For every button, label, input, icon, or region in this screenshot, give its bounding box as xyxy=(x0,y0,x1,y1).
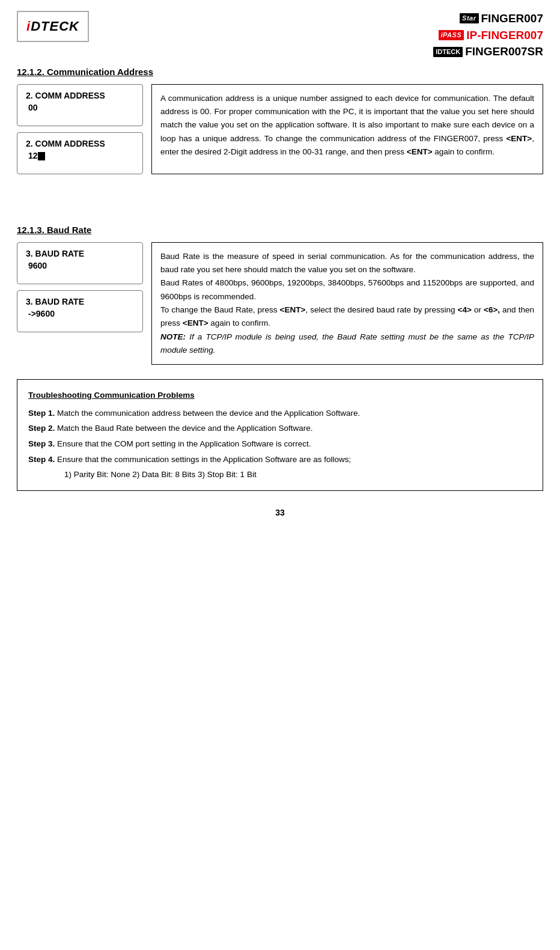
baud-rate-box-2: 3. BAUD RATE ->9600 xyxy=(17,290,143,332)
troubleshooting-box: Troubleshooting Communication Problems S… xyxy=(17,379,543,491)
comm-box1-line2: 00 xyxy=(28,103,134,112)
comm-address-section: 2. COMM ADDRESS 00 2. COMM ADDRESS 12 A … xyxy=(17,84,543,174)
spacer-1 xyxy=(17,185,543,202)
baud-rate-title: 12.1.3. Baud Rate xyxy=(17,225,543,235)
product-name-star: FINGER007 xyxy=(481,11,543,26)
cursor-block xyxy=(38,152,45,160)
troubleshooting-title: Troubleshooting Communication Problems xyxy=(28,388,532,403)
comm-box2-line2: 12 xyxy=(28,151,134,160)
ent-key-4: <ENT> xyxy=(183,318,208,327)
step1-text: Match the communication address between … xyxy=(57,409,360,418)
product-name-idteck: FINGER007SR xyxy=(465,44,543,59)
ent-key-2: <ENT> xyxy=(407,147,433,156)
header: iDTECK Star FINGER007 iPASS IP-FINGER007… xyxy=(17,11,543,61)
comm-address-box-2: 2. COMM ADDRESS 12 xyxy=(17,132,143,174)
baud-rate-desc-text: Baud Rate is the measure of speed in ser… xyxy=(160,250,534,357)
ent-key-1: <ENT> xyxy=(506,134,532,143)
product-line-ipass: iPASS IP-FINGER007 xyxy=(433,28,543,43)
key-4: <4> xyxy=(458,305,472,314)
step1-label: Step 1. xyxy=(28,409,55,418)
product-names: Star FINGER007 iPASS IP-FINGER007 IDTECK… xyxy=(433,11,543,61)
comm-address-devices: 2. COMM ADDRESS 00 2. COMM ADDRESS 12 xyxy=(17,84,143,174)
ent-key-3: <ENT> xyxy=(280,305,306,314)
brand-star-badge: Star xyxy=(460,13,478,23)
logo-box: iDTECK xyxy=(17,11,89,42)
note-text: If a TCP/IP module is being used, the Ba… xyxy=(160,332,534,355)
comm-address-description: A communication address is a unique numb… xyxy=(151,84,543,174)
trouble-step-4: Step 4. Ensure that the communication se… xyxy=(28,452,532,467)
logo-text: iDTECK xyxy=(26,19,79,34)
baud-box1-line2: 9600 xyxy=(28,261,134,270)
brand-ipass-badge: iPASS xyxy=(439,30,464,40)
trouble-step-3: Step 3. Ensure that the COM port setting… xyxy=(28,437,532,451)
baud-rate-devices: 3. BAUD RATE 9600 3. BAUD RATE ->9600 xyxy=(17,242,143,365)
step4-detail: 1) Parity Bit: None 2) Data Bit: 8 Bits … xyxy=(64,467,532,482)
step3-text: Ensure that the COM port setting in the … xyxy=(57,439,311,448)
baud-rate-section: 3. BAUD RATE 9600 3. BAUD RATE ->9600 Ba… xyxy=(17,242,543,365)
trouble-step-2: Step 2. Match the Baud Rate between the … xyxy=(28,421,532,436)
comm-address-box-1: 2. COMM ADDRESS 00 xyxy=(17,84,143,126)
baud-box1-line1: 3. BAUD RATE xyxy=(26,249,134,258)
step4-text: Ensure that the communication settings i… xyxy=(57,455,351,464)
product-line-idteck: IDTECK FINGER007SR xyxy=(433,44,543,59)
comm-box2-line1: 2. COMM ADDRESS xyxy=(26,139,134,148)
baud-box2-line1: 3. BAUD RATE xyxy=(26,297,134,306)
comm-box1-line1: 2. COMM ADDRESS xyxy=(26,91,134,100)
key-6: <6>, xyxy=(484,305,500,314)
step2-text: Match the Baud Rate between the device a… xyxy=(57,424,313,433)
note-label: NOTE: xyxy=(160,332,186,341)
product-name-ipass: IP-FINGER007 xyxy=(466,28,543,43)
spacer-2 xyxy=(17,202,543,219)
baud-box2-line2: ->9600 xyxy=(28,309,134,318)
page: iDTECK Star FINGER007 iPASS IP-FINGER007… xyxy=(0,0,560,950)
product-line-star: Star FINGER007 xyxy=(433,11,543,26)
comm-address-desc-text: A communication address is a unique numb… xyxy=(160,92,534,159)
step4-label: Step 4. xyxy=(28,455,55,464)
page-number: 33 xyxy=(17,508,543,517)
trouble-step-1: Step 1. Match the communication address … xyxy=(28,406,532,421)
baud-rate-description: Baud Rate is the measure of speed in ser… xyxy=(151,242,543,365)
step2-label: Step 2. xyxy=(28,424,55,433)
step3-label: Step 3. xyxy=(28,439,55,448)
brand-idteck-badge: IDTECK xyxy=(433,47,463,57)
comm-address-title: 12.1.2. Communication Address xyxy=(17,67,543,77)
baud-rate-box-1: 3. BAUD RATE 9600 xyxy=(17,242,143,284)
